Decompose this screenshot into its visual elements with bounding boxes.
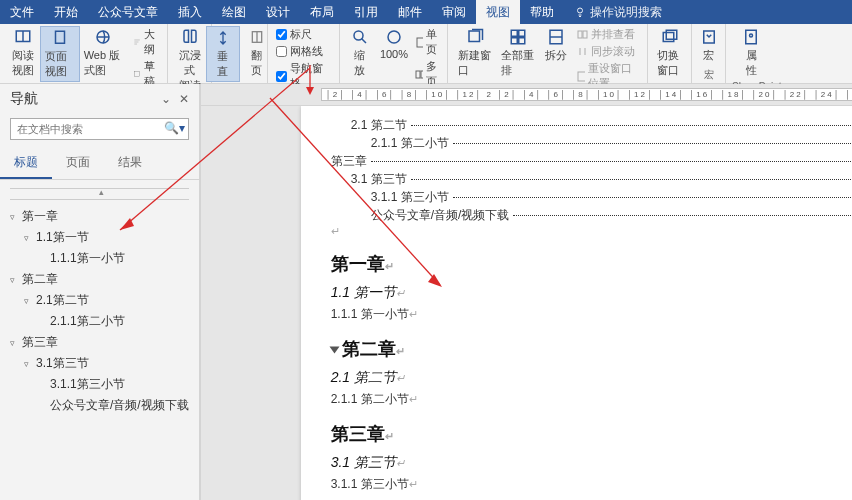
nav-search[interactable]: 🔍▾ bbox=[10, 118, 189, 140]
svg-rect-17 bbox=[578, 31, 582, 38]
tree-item[interactable]: 公众号文章/音频/视频下载 bbox=[10, 395, 189, 416]
gridlines-checkbox[interactable]: 网格线 bbox=[276, 44, 331, 59]
svg-rect-9 bbox=[416, 71, 420, 78]
properties-button[interactable]: 属 性 bbox=[734, 26, 768, 80]
reading-view-button[interactable]: 阅读 视图 bbox=[6, 26, 40, 80]
nav-tab[interactable]: 结果 bbox=[104, 148, 156, 179]
horizontal-ruler[interactable]: │2│ │4│ │6│ │8│ │10│ │12│ 2 │2│ │4│ │6│ … bbox=[201, 84, 852, 106]
nav-title: 导航 bbox=[10, 90, 38, 108]
macros-button[interactable]: 宏 bbox=[692, 26, 726, 65]
sync-scroll: 同步滚动 bbox=[577, 44, 639, 59]
nav-scroll-indicator[interactable] bbox=[10, 188, 189, 200]
menu-tab-开始[interactable]: 开始 bbox=[44, 0, 88, 24]
heading-1[interactable]: 第二章 bbox=[342, 339, 396, 359]
document-area: │2│ │4│ │6│ │8│ │10│ │12│ 2 │2│ │4│ │6│ … bbox=[201, 84, 852, 500]
heading-3[interactable]: 3.1.1 第三小节 bbox=[331, 477, 409, 491]
tree-item[interactable]: ▿1.1第一节 bbox=[10, 227, 189, 248]
svg-rect-10 bbox=[421, 71, 423, 78]
group-label-macro: 宏 bbox=[698, 67, 719, 83]
svg-rect-20 bbox=[663, 33, 674, 42]
svg-rect-11 bbox=[469, 31, 480, 42]
nav-close-icon[interactable]: ✕ bbox=[179, 92, 189, 106]
nav-dropdown-icon[interactable]: ⌄ bbox=[161, 92, 171, 106]
tree-item[interactable]: ▿第三章 bbox=[10, 332, 189, 353]
toc-line[interactable]: 3.1 第三节3 bbox=[331, 171, 852, 188]
menu-tab-绘图[interactable]: 绘图 bbox=[212, 0, 256, 24]
menu-tab-公众号文章[interactable]: 公众号文章 bbox=[88, 0, 168, 24]
tree-item[interactable]: ▿第一章 bbox=[10, 206, 189, 227]
ribbon: 阅读 视图 页面视图 Web 版式图 大纲 草稿 视图 沉浸式 阅读器 沉浸式 … bbox=[0, 24, 852, 84]
svg-rect-8 bbox=[417, 38, 423, 47]
nav-tabs: 标题页面结果 bbox=[0, 148, 199, 180]
tree-item[interactable]: ▿2.1第二节 bbox=[10, 290, 189, 311]
svg-point-0 bbox=[578, 8, 583, 13]
menu-tab-插入[interactable]: 插入 bbox=[168, 0, 212, 24]
outline-button[interactable]: 大纲 bbox=[133, 27, 159, 57]
svg-rect-14 bbox=[511, 38, 517, 44]
ruler-checkbox[interactable]: 标尺 bbox=[276, 27, 331, 42]
heading-2[interactable]: 2.1 第二节 bbox=[331, 369, 396, 385]
tree-item[interactable]: 3.1.1第三小节 bbox=[10, 374, 189, 395]
svg-rect-4 bbox=[135, 71, 140, 76]
tell-me-label: 操作说明搜索 bbox=[590, 4, 662, 21]
arrange-all-button[interactable]: 全部重排 bbox=[497, 26, 540, 80]
menu-tab-文件[interactable]: 文件 bbox=[0, 0, 44, 24]
paragraph-mark: ↵ bbox=[331, 225, 852, 238]
nav-tab[interactable]: 页面 bbox=[52, 148, 104, 179]
nav-tab[interactable]: 标题 bbox=[0, 148, 52, 179]
page[interactable]: 2.1 第二节22.1.1 第二小节2第三章33.1 第三节33.1.1 第三小… bbox=[301, 106, 852, 500]
heading-1[interactable]: 第一章 bbox=[331, 254, 385, 274]
heading-1[interactable]: 第三章 bbox=[331, 424, 385, 444]
split-button[interactable]: 拆分 bbox=[539, 26, 573, 65]
vertical-button[interactable]: 垂 直 bbox=[206, 26, 240, 82]
page-view-button[interactable]: 页面视图 bbox=[40, 26, 80, 82]
tree-item[interactable]: 2.1.1第二小节 bbox=[10, 311, 189, 332]
svg-rect-2 bbox=[55, 31, 64, 43]
menu-tab-设计[interactable]: 设计 bbox=[256, 0, 300, 24]
svg-point-24 bbox=[750, 34, 753, 37]
toc-line[interactable]: 2.1.1 第二小节2 bbox=[331, 135, 852, 152]
menu-tab-布局[interactable]: 布局 bbox=[300, 0, 344, 24]
menu-tab-审阅[interactable]: 审阅 bbox=[432, 0, 476, 24]
menu-tab-邮件[interactable]: 邮件 bbox=[388, 0, 432, 24]
collapse-triangle-icon[interactable] bbox=[329, 347, 339, 354]
toc-line[interactable]: 第三章3 bbox=[331, 153, 852, 170]
svg-rect-19 bbox=[578, 72, 585, 81]
heading-2[interactable]: 1.1 第一节 bbox=[331, 284, 396, 300]
tree-item[interactable]: ▿第二章 bbox=[10, 269, 189, 290]
web-view-button[interactable]: Web 版式图 bbox=[80, 26, 127, 80]
svg-rect-18 bbox=[583, 31, 587, 38]
toc-line[interactable]: 3.1.1 第三小节3 bbox=[331, 189, 852, 206]
svg-point-7 bbox=[388, 31, 400, 43]
nav-search-input[interactable] bbox=[10, 118, 189, 140]
nav-tree: ▿第一章▿1.1第一节1.1.1第一小节▿第二章▿2.1第二节2.1.1第二小节… bbox=[0, 180, 199, 500]
heading-3[interactable]: 1.1.1 第一小节 bbox=[331, 307, 409, 321]
svg-rect-15 bbox=[519, 38, 525, 44]
navigation-pane: 导航 ⌄ ✕ 🔍▾ 标题页面结果 ▿第一章▿1.1第一节1.1.1第一小节▿第二… bbox=[0, 84, 200, 500]
view-side-by-side: 并排查看 bbox=[577, 27, 639, 42]
svg-rect-13 bbox=[519, 30, 525, 36]
new-window-button[interactable]: 新建窗口 bbox=[454, 26, 497, 80]
heading-2[interactable]: 3.1 第三节 bbox=[331, 454, 396, 470]
svg-rect-21 bbox=[666, 30, 677, 39]
switch-windows-button[interactable]: 切换窗口 bbox=[653, 26, 687, 80]
tree-item[interactable]: ▿3.1第三节 bbox=[10, 353, 189, 374]
tell-me[interactable]: 操作说明搜索 bbox=[564, 4, 672, 21]
page-scroll[interactable]: 2.1 第二节22.1.1 第二小节2第三章33.1 第三节33.1.1 第三小… bbox=[201, 106, 852, 500]
tree-item[interactable]: 1.1.1第一小节 bbox=[10, 248, 189, 269]
svg-rect-12 bbox=[511, 30, 517, 36]
heading-3[interactable]: 2.1.1 第二小节 bbox=[331, 392, 409, 406]
single-page-button[interactable]: 单页 bbox=[415, 27, 442, 57]
zoom-button[interactable]: 缩 放 bbox=[343, 26, 377, 80]
menu-tab-引用[interactable]: 引用 bbox=[344, 0, 388, 24]
toc-line[interactable]: 公众号文章/音频/视频下载3 bbox=[331, 207, 852, 224]
menu-tab-帮助[interactable]: 帮助 bbox=[520, 0, 564, 24]
toc-line[interactable]: 2.1 第二节2 bbox=[331, 117, 852, 134]
search-icon[interactable]: 🔍▾ bbox=[164, 121, 185, 135]
menu-tab-视图[interactable]: 视图 bbox=[476, 0, 520, 24]
zoom-100-button[interactable]: 100% bbox=[377, 26, 411, 62]
menu-bar: 文件开始公众号文章插入绘图设计布局引用邮件审阅视图帮助 操作说明搜索 bbox=[0, 0, 852, 24]
